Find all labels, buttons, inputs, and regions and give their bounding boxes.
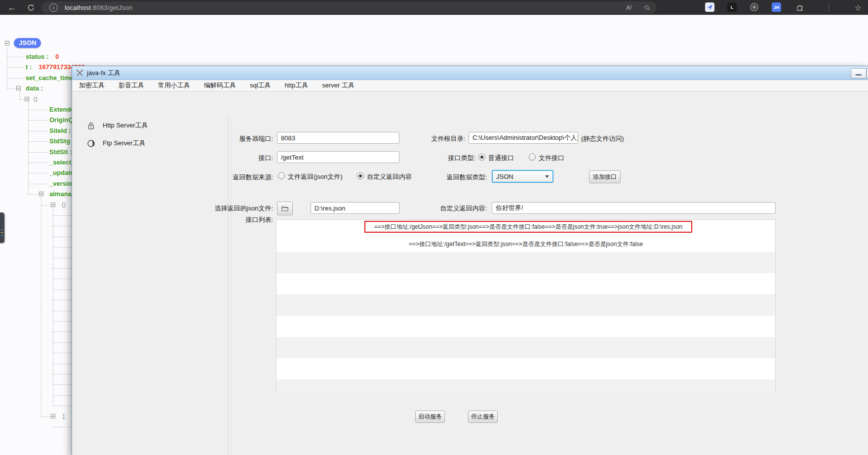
start-server-button[interactable]: 启动服务 <box>415 411 445 423</box>
url-bar[interactable]: i localhost:8083/getJson <box>41 1 657 13</box>
source-radio-file[interactable] <box>278 172 285 179</box>
sidebar-divider-2 <box>231 117 231 455</box>
minimize-button[interactable] <box>851 68 867 79</box>
flower-extension-icon[interactable] <box>750 2 759 12</box>
api-type-radio-normal[interactable] <box>478 154 485 161</box>
source-option-file[interactable]: 文件返回(json文件) <box>288 172 343 181</box>
api-list-row[interactable]: ==>接口地址:/getText==>返回类型:json==>是否是文件接口:f… <box>276 240 775 248</box>
tree-key-item: OriginQ <box>49 116 73 124</box>
tree-key-item: StdStl : <box>49 148 72 156</box>
port-label: 服务器端口: <box>239 134 273 143</box>
window-content: Http Server工具Ftp Server工具 服务器端口: 8083 文件… <box>72 91 868 455</box>
url-text: localhost:8083/getJson <box>65 4 132 11</box>
root-dir-input[interactable]: C:\Users\Administrator\Desktop\个人文档\zm~ <box>469 132 578 144</box>
globe-icon <box>87 139 95 147</box>
tree-index-item: 0 <box>34 95 38 103</box>
list-stripe <box>276 337 775 358</box>
back-icon[interactable]: ← <box>5 0 19 15</box>
tree-key-item: SiteId : <box>49 127 71 134</box>
stop-server-button[interactable]: 停止服务 <box>468 411 498 423</box>
tree-key-item: Extende <box>49 106 75 113</box>
choose-file-button[interactable] <box>277 202 293 215</box>
tree-key-item: status :0 <box>26 53 59 60</box>
l-badge-extension-icon[interactable]: L <box>727 2 737 12</box>
window-titlebar[interactable]: java-fx 工具 <box>72 66 868 80</box>
jh-extension-icon[interactable]: JH <box>772 2 781 12</box>
browser-edge-peek-tab[interactable] <box>0 212 4 243</box>
menu-bar: 加密工具影音工具常用小工具编解码工具sql工具http工具server 工具 <box>72 80 868 91</box>
sidebar-item-http-server[interactable]: Http Server工具 <box>87 121 148 130</box>
api-label: 接口: <box>258 154 273 163</box>
list-stripe <box>276 252 775 273</box>
source-label: 返回数据来源: <box>233 173 273 182</box>
favorites-star-icon[interactable]: ☆ <box>852 0 864 15</box>
tree-collapse-box[interactable] <box>16 86 21 90</box>
sidebar-item-label: Ftp Server工具 <box>103 139 146 148</box>
sidebar-item-ftp-server[interactable]: Ftp Server工具 <box>87 139 146 148</box>
menu-server 工具[interactable]: server 工具 <box>322 81 355 90</box>
root-dir-suffix: (静态文件访问) <box>581 134 624 143</box>
read-aloud-icon[interactable]: A) <box>623 0 635 15</box>
return-type-combobox[interactable]: JSON <box>492 170 553 183</box>
lock-icon <box>87 122 95 129</box>
toolbar-divider <box>829 3 829 11</box>
api-type-radio-file[interactable] <box>529 154 536 161</box>
javafx-window: java-fx 工具 加密工具影音工具常用小工具编解码工具sql工具http工具… <box>72 66 868 455</box>
menu-加密工具[interactable]: 加密工具 <box>79 81 105 90</box>
tree-key-item: _update <box>49 169 74 176</box>
source-option-custom[interactable]: 自定义返回内容 <box>367 172 412 181</box>
refresh-icon[interactable] <box>24 0 38 15</box>
menu-sql工具[interactable]: sql工具 <box>250 81 271 90</box>
sidebar-divider <box>228 117 228 455</box>
port-input[interactable]: 8083 <box>277 132 399 144</box>
custom-content-label: 自定义返回内容: <box>440 204 487 213</box>
folder-icon <box>281 206 288 211</box>
add-api-button[interactable]: 添加接口 <box>589 170 621 183</box>
add-favorite-icon[interactable]: ☆+ <box>641 0 653 15</box>
puzzle-extension-icon[interactable] <box>795 2 804 12</box>
chevron-down-icon <box>545 175 549 178</box>
api-type-option-file[interactable]: 文件接口 <box>539 154 564 163</box>
window-title: java-fx 工具 <box>87 69 120 78</box>
tree-index-item: 0 <box>62 201 66 209</box>
highlighted-api-list-row[interactable]: ==>接口地址:/getJson==>返回类型:json==>是否是文件接口:f… <box>364 221 692 233</box>
tree-collapse-box[interactable] <box>51 414 55 418</box>
api-type-option-normal[interactable]: 普通接口 <box>488 154 514 163</box>
tree-key-item: _select_ <box>49 159 75 166</box>
json-file-input[interactable]: D:\res.json <box>311 202 399 214</box>
tree-collapse-box[interactable] <box>5 41 9 45</box>
json-root-badge[interactable]: JSON <box>14 38 41 48</box>
menu-编解码工具[interactable]: 编解码工具 <box>204 81 236 90</box>
tree-key-item: set_cache_time : <box>26 74 78 82</box>
tree-key-item: StdStg : <box>49 137 74 145</box>
rettype-label: 返回数据类型: <box>446 173 487 182</box>
bird-extension-icon[interactable] <box>705 2 714 12</box>
root-dir-label: 文件根目录: <box>431 134 465 143</box>
list-stripe <box>276 379 775 392</box>
sidebar-item-label: Http Server工具 <box>103 121 148 130</box>
site-info-icon[interactable]: i <box>49 3 58 12</box>
json-file-label: 选择返回的json文件: <box>215 204 273 213</box>
menu-影音工具[interactable]: 影音工具 <box>118 81 144 90</box>
api-type-label: 接口类型: <box>448 154 475 163</box>
custom-content-input[interactable]: 你好世界! <box>492 202 776 214</box>
tools-icon <box>76 69 83 77</box>
menu-常用小工具[interactable]: 常用小工具 <box>158 81 190 90</box>
browser-chrome: ← i localhost:8083/getJson A) ☆+ LJH ☆ <box>0 0 868 15</box>
tree-index-item: 1 <box>62 413 66 420</box>
api-input[interactable]: /getText <box>277 151 399 163</box>
api-list[interactable]: ==>接口地址:/getJson==>返回类型:json==>是否是文件接口:f… <box>276 219 776 391</box>
source-radio-custom[interactable] <box>357 172 364 179</box>
menu-http工具[interactable]: http工具 <box>285 81 309 90</box>
list-stripe <box>276 294 775 316</box>
api-list-label: 接口列表: <box>245 215 273 224</box>
tree-key-item: data : <box>26 84 43 92</box>
